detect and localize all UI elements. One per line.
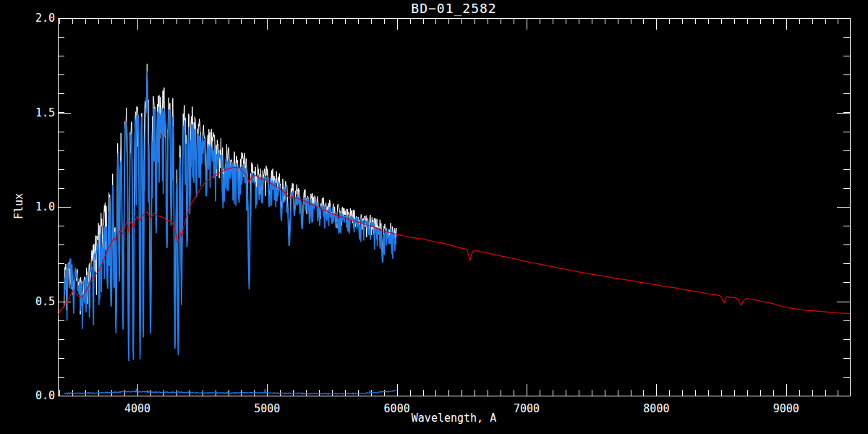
y-tick-label: 1.0 bbox=[30, 200, 55, 213]
y-tick-label: 0.0 bbox=[30, 389, 55, 402]
y-tick-label: 2.0 bbox=[30, 12, 55, 25]
x-tick-label: 8000 bbox=[634, 402, 678, 415]
x-tick-label: 5000 bbox=[245, 402, 289, 415]
observed-spectrum bbox=[64, 64, 397, 354]
x-tick-label: 7000 bbox=[505, 402, 548, 415]
x-tick-label: 6000 bbox=[375, 402, 419, 415]
x-tick-label: 4000 bbox=[116, 402, 159, 415]
plot-title: BD−01_2582 bbox=[58, 1, 850, 16]
y-tick-label: 0.5 bbox=[30, 295, 55, 308]
x-axis-label: Wavelength, A bbox=[58, 412, 850, 425]
x-tick-label: 9000 bbox=[765, 402, 808, 415]
y-tick-label: 1.5 bbox=[30, 106, 55, 119]
plot-canvas bbox=[0, 0, 868, 434]
error-spectrum bbox=[64, 389, 397, 394]
y-axis-label: Flux bbox=[12, 184, 25, 228]
spectrum-plot-window: BD−01_2582 Flux Wavelength, A 4000500060… bbox=[0, 0, 868, 434]
